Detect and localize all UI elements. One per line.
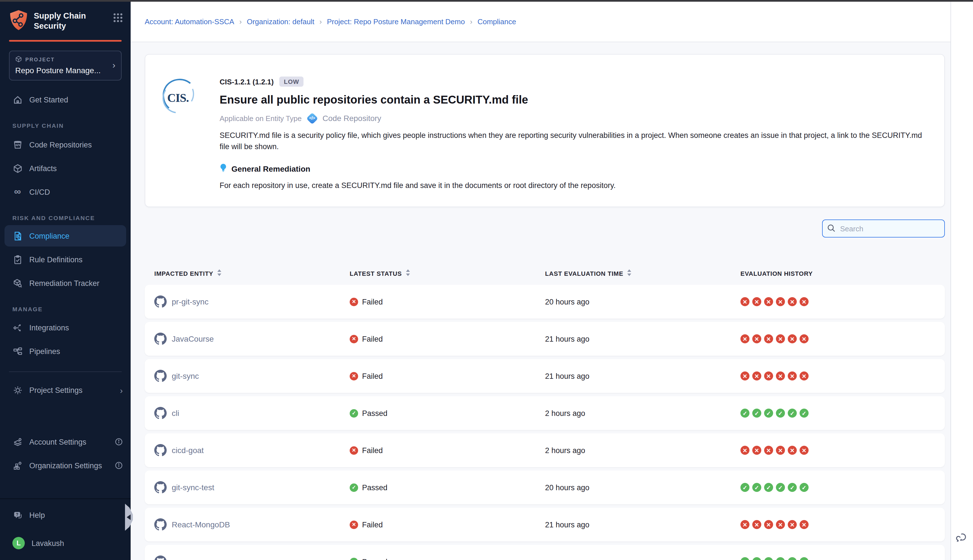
status-label: Passed [362,483,387,492]
sidebar-item-account-settings[interactable]: Account Settings [0,432,131,452]
sidebar-item-organization-settings[interactable]: Organization Settings [0,455,131,476]
history-fail-icon: ✕ [776,446,785,455]
sidebar-item-cicd[interactable]: ∞ CI/CD [0,182,131,202]
info-icon[interactable] [115,438,123,446]
section-label-manage: MANAGE [0,306,131,312]
status-failed-icon: ✕ [350,520,358,529]
right-rail [950,2,973,560]
last-evaluation-time: 20 hours ago [545,297,741,306]
cis-logo: CIS. [161,77,197,119]
history-fail-icon: ✕ [764,372,773,380]
rule-definitions-clipboard-icon [12,254,23,265]
sidebar-item-pipelines[interactable]: Pipelines [0,341,131,361]
history-pass-icon: ✓ [764,408,773,418]
status-passed-icon: ✓ [350,483,358,492]
table-row[interactable]: pr-git-sync✕Failed20 hours ago✕✕✕✕✕✕ [145,285,945,318]
evaluation-history: ✕✕✕✕✕✕ [741,297,945,306]
table-row[interactable]: ✓Passed✓✓✓✓✓✓ [145,545,945,560]
history-fail-icon: ✕ [788,297,797,306]
user-menu[interactable]: L Lavakush [0,532,131,554]
svg-text:?: ? [15,512,18,517]
history-fail-icon: ✕ [799,446,809,455]
github-icon [154,518,167,531]
column-header-impacted-entity[interactable]: IMPACTED ENTITY [154,269,350,277]
breadcrumb-separator: › [239,17,242,26]
entity-name: git-sync-test [172,483,214,492]
sort-icon [627,269,632,277]
history-pass-icon: ✓ [764,483,773,492]
last-evaluation-time: 2 hours ago [545,446,741,455]
entity-type: Code Repository [323,114,382,123]
status-label: Failed [362,372,383,380]
sidebar-item-rule-definitions[interactable]: Rule Definitions [0,249,131,270]
breadcrumb-item[interactable]: Project: Repo Posture Management Demo [327,17,465,26]
github-icon [154,481,167,493]
help-chat-icon: ? [12,510,23,520]
sidebar-item-get-started[interactable]: Get Started [0,90,131,110]
history-fail-icon: ✕ [752,446,761,455]
entity-name: cicd-goat [172,446,204,455]
remediation-tracker-icon [12,278,23,288]
sidebar-item-compliance[interactable]: Compliance [5,225,126,247]
breadcrumb-item[interactable]: Account: Automation-SSCA [145,17,234,26]
history-pass-icon: ✓ [799,483,809,492]
column-header-latest-status[interactable]: LATEST STATUS [350,269,545,277]
history-fail-icon: ✕ [788,520,797,529]
user-name: Lavakush [32,539,64,547]
history-pass-icon: ✓ [764,557,773,560]
column-header-evaluation-history: EVALUATION HISTORY [741,269,945,277]
table-row[interactable]: cicd-goat✕Failed2 hours ago✕✕✕✕✕✕ [145,433,945,467]
history-fail-icon: ✕ [741,520,749,529]
remediation-heading: General Remediation [232,164,310,173]
entity-name: pr-git-sync [172,297,209,306]
column-header-last-evaluation-time[interactable]: LAST EVALUATION TIME [545,269,741,277]
project-selector[interactable]: PROJECT Repo Posture Manage... › [9,51,122,80]
sidebar-item-remediation-tracker[interactable]: Remediation Tracker [0,273,131,293]
table-row[interactable]: git-sync-test✓Passed20 hours ago✓✓✓✓✓✓ [145,470,945,504]
table-row[interactable]: React-MongoDB✕Failed21 hours ago✕✕✕✕✕✕ [145,508,945,542]
history-pass-icon: ✓ [752,483,761,492]
status-failed-icon: ✕ [350,446,358,455]
status-failed-icon: ✕ [350,335,358,343]
sidebar-item-help[interactable]: ? Help [0,505,131,525]
info-icon[interactable] [115,462,123,469]
last-evaluation-time: 21 hours ago [545,372,741,380]
history-pass-icon: ✓ [752,408,761,418]
remediation-text: For each repository in use, create a SEC… [220,181,928,190]
search-icon [827,224,836,235]
breadcrumb-item[interactable]: Organization: default [247,17,314,26]
top-strip [0,0,973,2]
code-repository-entity-icon: </> [306,112,318,124]
breadcrumb-item[interactable]: Compliance [477,17,516,26]
github-icon [154,444,167,457]
history-fail-icon: ✕ [764,520,773,529]
code-repositories-icon [12,140,23,150]
history-fail-icon: ✕ [764,334,773,343]
table-row[interactable]: JavaCourse✕Failed21 hours ago✕✕✕✕✕✕ [145,322,945,356]
accent-divider [9,40,122,42]
sidebar-item-integrations[interactable]: Integrations [0,317,131,338]
module-switcher-grid-icon[interactable] [113,10,123,25]
last-evaluation-time: 21 hours ago [545,335,741,343]
project-label: PROJECT [25,57,55,62]
history-pass-icon: ✓ [741,557,749,560]
entity-name: git-sync [172,372,199,380]
organization-settings-icon [12,460,23,470]
artifacts-box-icon [12,163,23,173]
cicd-infinity-icon: ∞ [12,187,23,197]
history-fail-icon: ✕ [764,297,773,306]
last-evaluation-time: 20 hours ago [545,483,741,492]
table-row[interactable]: git-sync✕Failed21 hours ago✕✕✕✕✕✕ [145,359,945,393]
history-pass-icon: ✓ [741,408,749,418]
status-label: Failed [362,335,383,343]
sidebar-item-code-repositories[interactable]: Code Repositories [0,135,131,155]
history-fail-icon: ✕ [788,446,797,455]
rule-id: CIS-1.2.1 (1.2.1) [220,77,274,86]
evaluation-history: ✕✕✕✕✕✕ [741,334,945,343]
sidebar-item-artifacts[interactable]: Artifacts [0,158,131,178]
chat-support-icon[interactable] [956,532,968,546]
sidebar-item-project-settings[interactable]: Project Settings › [0,380,131,400]
history-pass-icon: ✓ [776,557,785,560]
table-row[interactable]: cli✓Passed2 hours ago✓✓✓✓✓✓ [145,396,945,430]
search-input[interactable] [822,220,945,238]
